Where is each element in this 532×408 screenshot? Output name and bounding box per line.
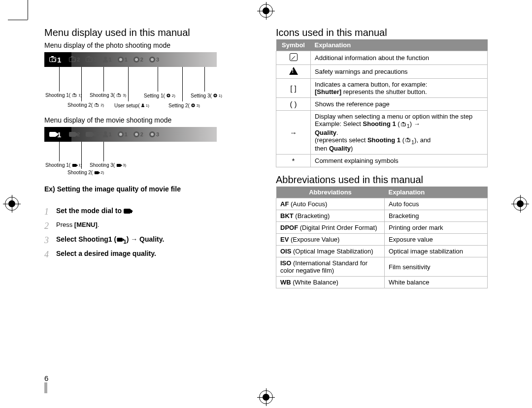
menu-tab: 3 bbox=[83, 57, 100, 63]
step: 1Set the mode dial to . bbox=[44, 207, 256, 217]
th-symbol: Symbol bbox=[276, 39, 311, 51]
menu-tab: 2 bbox=[131, 131, 146, 137]
camera-icon bbox=[95, 104, 99, 107]
gear-icon bbox=[149, 131, 155, 137]
video-icon bbox=[49, 132, 56, 137]
abbreviations-table: Abbreviations Explanation AF (Auto Focus… bbox=[276, 187, 488, 288]
camera-icon bbox=[72, 94, 76, 97]
step: 4Select a desired image quality. bbox=[44, 250, 256, 260]
th-abbrev-exp: Explanation bbox=[385, 187, 488, 198]
registration-mark bbox=[259, 4, 273, 18]
table-row: →Display when selecting a menu or option… bbox=[276, 111, 488, 155]
crop-mark bbox=[8, 20, 28, 20]
gear-icon bbox=[166, 94, 170, 97]
menu-tab: 1 bbox=[47, 130, 66, 139]
movie-menu-bar: 1231123 bbox=[44, 127, 217, 142]
callout-label: Shooting 3(3) bbox=[90, 162, 126, 168]
table-row: Safety warnings and precautions bbox=[276, 65, 488, 79]
crop-mark bbox=[28, 0, 28, 20]
gear-icon bbox=[213, 94, 217, 97]
menu-tab: 1 bbox=[100, 57, 115, 63]
menu-tab: 1 bbox=[115, 131, 131, 137]
menu-tab: 1 bbox=[47, 56, 66, 64]
callout-label: Setting 1(2) bbox=[144, 93, 175, 98]
table-row: AF (Auto Focus)Auto focus bbox=[276, 198, 488, 210]
table-row: [ ]Indicates a camera button, for exampl… bbox=[276, 79, 488, 98]
table-row: WB (White Balance)White balance bbox=[276, 277, 488, 288]
video-icon bbox=[117, 238, 123, 242]
video-icon bbox=[124, 209, 131, 214]
user-icon bbox=[103, 131, 108, 137]
step: 2Press [MENU]. bbox=[44, 221, 256, 231]
photo-callouts: Shooting 1(1)Shooting 2(2)Shooting 3(3)U… bbox=[44, 67, 217, 111]
example-steps: 1Set the mode dial to .2Press [MENU].3Se… bbox=[44, 203, 256, 264]
heading-abbrev: Abbreviations used in this manual bbox=[276, 174, 488, 186]
gear-icon bbox=[133, 57, 139, 63]
callout-label: Shooting 1(1) bbox=[45, 162, 82, 168]
menu-tab: 2 bbox=[131, 57, 146, 63]
menu-tab: 2 bbox=[66, 131, 83, 137]
gear-icon bbox=[191, 103, 195, 107]
gear-icon bbox=[118, 57, 124, 63]
video-icon bbox=[117, 164, 121, 167]
photo-menu-bar: 1231123 bbox=[44, 52, 217, 67]
callout-label: Shooting 1(1) bbox=[45, 93, 82, 98]
table-row: ISO (International Standard for color ne… bbox=[276, 257, 488, 277]
menu-tab: 3 bbox=[83, 131, 100, 137]
heading-menu-display: Menu display used in this manual bbox=[44, 27, 256, 38]
callout-label: Shooting 2(2) bbox=[67, 170, 104, 175]
callout-label: Setting 3(1) bbox=[191, 93, 222, 98]
registration-mark bbox=[513, 197, 527, 211]
subheading-movie-mode: Menu display of the movie shooting mode bbox=[44, 116, 256, 124]
th-explanation: Explanation bbox=[311, 39, 488, 51]
step: 3Select Shooting1 (1) → Quality. bbox=[44, 235, 256, 246]
gear-icon bbox=[133, 131, 139, 137]
menu-tab: 3 bbox=[146, 57, 162, 63]
user-icon bbox=[141, 103, 144, 107]
menu-tab: 2 bbox=[66, 57, 83, 63]
gear-icon bbox=[149, 57, 155, 63]
icons-table: Symbol Explanation Additional informatio… bbox=[276, 39, 488, 167]
user-icon bbox=[103, 57, 108, 63]
callout-label: Setting 2(3) bbox=[168, 102, 200, 108]
example-heading: Ex) Setting the image quality of movie f… bbox=[44, 185, 256, 193]
movie-callouts: Shooting 1(1)Shooting 2(2)Shooting 3(3) bbox=[44, 142, 217, 176]
video-icon bbox=[69, 132, 76, 137]
note-icon bbox=[290, 53, 298, 61]
menu-tab: 3 bbox=[146, 131, 162, 137]
camera-icon bbox=[49, 57, 56, 62]
table-row: ( )Shows the reference page bbox=[276, 98, 488, 111]
menu-tab: 1 bbox=[100, 131, 115, 137]
warning-icon bbox=[289, 67, 298, 75]
camera-icon bbox=[69, 57, 76, 62]
table-row: *Comment explaining symbols bbox=[276, 155, 488, 167]
table-row: DPOF (Digital Print Order Format)Printin… bbox=[276, 222, 488, 234]
gear-icon bbox=[118, 131, 124, 137]
menu-tab: 1 bbox=[115, 57, 131, 63]
video-icon bbox=[72, 164, 76, 167]
callout-label: Shooting 3(3) bbox=[90, 93, 126, 98]
table-row: Additional information about the functio… bbox=[276, 51, 488, 65]
callout-label: User setup(1) bbox=[114, 102, 149, 108]
th-abbrev: Abbreviations bbox=[276, 187, 385, 198]
subheading-photo-mode: Menu display of the photo shooting mode bbox=[44, 41, 256, 49]
camera-icon bbox=[86, 57, 93, 62]
camera-icon bbox=[401, 123, 406, 126]
table-row: OIS (Optical Image Stabilization)Optical… bbox=[276, 246, 488, 257]
right-column: Icons used in this manual Symbol Explana… bbox=[276, 27, 488, 393]
table-row: BKT (Bracketing)Bracketing bbox=[276, 210, 488, 222]
camera-icon bbox=[405, 139, 410, 142]
camera-icon bbox=[117, 94, 121, 97]
table-row: EV (Exposure Value)Exposure value bbox=[276, 234, 488, 246]
heading-icons: Icons used in this manual bbox=[276, 27, 488, 38]
callout-label: Shooting 2(2) bbox=[67, 102, 104, 108]
registration-mark bbox=[5, 197, 19, 211]
video-icon bbox=[86, 132, 93, 137]
video-icon bbox=[95, 171, 99, 174]
left-column: Menu display used in this manual Menu di… bbox=[44, 27, 256, 393]
page-number: 6 bbox=[44, 374, 48, 393]
